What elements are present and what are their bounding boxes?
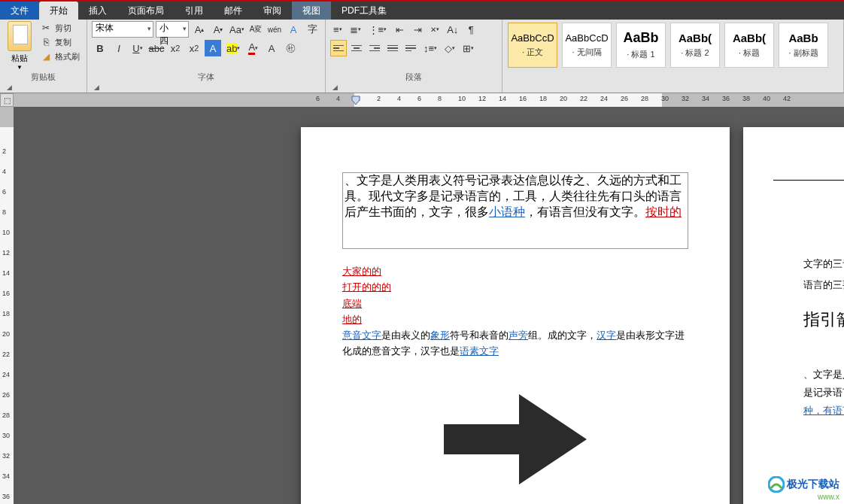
brush-icon: ◢ [40,50,52,62]
tab-layout[interactable]: 页面布局 [117,2,175,20]
document-canvas[interactable]: 、文字是人类用表义符号记录表达信息以传之、久远的方式和工具。现代文字多是记录语言… [14,107,844,504]
group-styles: AaBbCcD· 正文AaBbCcD· 无间隔AaBb· 标题 1AaBb(· … [502,20,844,93]
tab-home[interactable]: 开始 [39,2,78,20]
copy-button[interactable]: ⎘复制 [38,35,82,49]
style-无间隔[interactable]: AaBbCcD· 无间隔 [562,23,612,68]
horizontal-ruler[interactable]: 6422468101214161820222426283032343638404… [14,93,844,107]
style-正文[interactable]: AaBbCcD· 正文 [508,23,557,68]
underline-button[interactable]: U▾ [129,40,146,56]
link-pictograph[interactable]: 象形 [430,330,450,341]
style-标题[interactable]: AaBb(· 标题 [724,23,774,68]
tab-mail[interactable]: 邮件 [214,2,253,20]
style-标题 1[interactable]: AaBb· 标题 1 [616,23,666,68]
page-2: 文字的三音-- 语言的三要 指引箭 、文字是人类 是记录语言的 种，有语言但 [743,127,844,504]
link-phonetic-comp[interactable]: 声旁 [509,330,528,341]
line-spacing-button[interactable]: ↕≡▾ [420,40,440,56]
superscript-button[interactable]: x2 [186,40,202,56]
vertical-ruler[interactable]: 246810121416182022242628303234363840 [0,107,14,504]
highlight-button[interactable]: ab▾ [223,40,243,56]
group-paragraph: ≡▾ ≣▾ ⋮≡▾ ⇤ ⇥ ✕▾ A↓ ¶ ↕≡▾ ◇▾ ⊞▾ 段落 ◢ [326,20,502,93]
bullets-button[interactable]: ≡▾ [330,21,345,38]
enclose-char-button[interactable]: ㊓ [282,40,299,56]
p2-body-2: 是记录语言的 [803,384,844,402]
italic-button[interactable]: I [111,40,127,56]
link-l4[interactable]: 地的 [342,314,362,325]
increase-indent-button[interactable]: ⇥ [409,21,426,38]
tab-insert[interactable]: 插入 [78,2,117,20]
scissors-icon: ✂ [40,22,52,34]
link-small-language[interactable]: 小语种 [489,205,525,218]
ruler-corner[interactable]: ⬚ [0,93,14,107]
clear-format-button[interactable]: A [285,21,302,38]
link-timely[interactable]: 按时的 [645,205,682,218]
char-border-button[interactable]: wén [266,21,283,38]
clipboard-group-label: 剪贴板 [31,72,56,81]
numbering-button[interactable]: ≣▾ [347,21,364,38]
p2-line-2: 语言的三要 [803,277,844,295]
link-hanzi[interactable]: 汉字 [597,330,616,341]
watermark: 极光下载站 www.x [768,476,839,501]
font-name-select[interactable]: 宋体▾ [92,21,153,38]
phonetic-guide-button[interactable]: A変 [247,21,264,38]
cut-button[interactable]: ✂剪切 [38,21,82,35]
tab-reference[interactable]: 引用 [175,2,214,20]
format-painter-button[interactable]: ◢格式刷 [38,50,82,63]
tab-review[interactable]: 审阅 [253,2,292,20]
arrow-shape-icon [440,383,590,496]
p2-body-1: 、文字是人类 [803,366,844,384]
tab-file[interactable]: 文件 [0,2,39,20]
font-size-select[interactable]: 小四▾ [156,21,189,38]
align-justify-button[interactable] [384,40,401,56]
p2-line-1: 文字的三音-- [803,256,844,274]
align-center-button[interactable] [348,40,365,56]
tab-view[interactable]: 视图 [292,2,331,20]
shrink-font-button[interactable]: A▾ [210,21,226,38]
watermark-url: www.x [768,493,839,501]
text-cursor-frame: 、文字是人类用表义符号记录表达信息以传之、久远的方式和工具。现代文字多是记录语言… [342,172,688,249]
group-font: 宋体▾ 小四▾ A▴ A▾ Aa▾ A変 wén A 字 B I U▾ abc … [87,20,326,93]
link-species[interactable]: 种，有语言但 [803,405,844,416]
align-distribute-button[interactable] [402,40,419,56]
group-clipboard: 粘贴 ▼ ✂剪切 ⎘复制 ◢格式刷 剪贴板 ◢ [0,20,87,93]
page-1: 、文字是人类用表义符号记录表达信息以传之、久远的方式和工具。现代文字多是记录语言… [301,127,730,504]
copy-icon: ⎘ [40,36,52,48]
ribbon-tabs: 文件 开始 插入 页面布局 引用 邮件 审阅 视图 PDF工具集 [0,2,844,20]
p2-title: 指引箭 [803,304,844,335]
paste-icon [8,21,32,51]
sort-button[interactable]: A↓ [444,21,461,38]
ribbon: 粘贴 ▼ ✂剪切 ⎘复制 ◢格式刷 剪贴板 ◢ 宋体▾ 小四▾ A▴ A▾ Aa… [0,20,844,93]
logo-icon [768,476,785,493]
paragraph-group-label: 段落 [405,72,422,81]
paste-button[interactable]: 粘贴 ▼ [5,21,35,71]
tab-pdf[interactable]: PDF工具集 [331,2,397,20]
grow-font-button[interactable]: A▴ [191,21,208,38]
link-l3[interactable]: 底端 [342,299,362,309]
show-marks-button[interactable]: ¶ [463,21,479,38]
font-group-label: 字体 [198,72,214,81]
link-l2[interactable]: 打开的的的 [342,282,391,293]
enclose-button[interactable]: 字 [304,21,320,38]
decrease-indent-button[interactable]: ⇤ [391,21,408,38]
align-right-button[interactable] [366,40,383,56]
align-left-button[interactable] [330,40,347,56]
font-color-button[interactable]: A▾ [245,40,261,56]
borders-button[interactable]: ⊞▾ [460,40,477,56]
shading-button[interactable]: ◇▾ [442,40,458,56]
style-副标题[interactable]: AaBb· 副标题 [779,23,828,68]
link-ideophonetic[interactable]: 意音文字 [342,330,381,341]
bold-button[interactable]: B [92,40,108,56]
multilevel-button[interactable]: ⋮≡▾ [366,21,390,38]
paste-label: 粘贴 [11,53,28,64]
text-effect-button[interactable]: A [205,40,221,56]
link-morpheme[interactable]: 语素文字 [460,346,499,357]
text-direction-button[interactable]: ✕▾ [427,21,442,38]
char-shading-button[interactable]: A [263,40,280,56]
subscript-button[interactable]: x2 [167,40,184,56]
style-标题 2[interactable]: AaBb(· 标题 2 [670,23,720,68]
change-case-button[interactable]: Aa▾ [229,21,245,38]
link-l1[interactable]: 大家的的 [342,266,381,277]
